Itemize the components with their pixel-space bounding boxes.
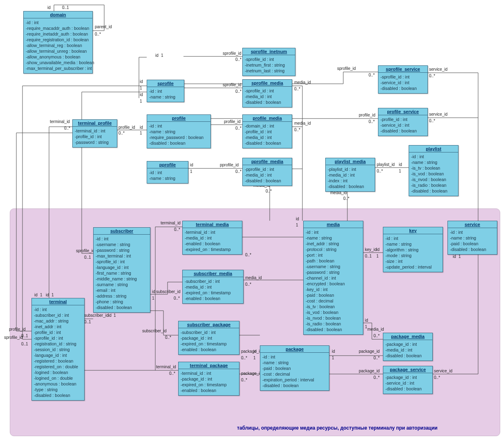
lbl: id xyxy=(155,53,159,58)
lbl: sprofile_id xyxy=(223,51,242,56)
entity-attribute: -sprofile_id : int xyxy=(34,335,82,341)
entity-body: -terminal_id : int-media_id : int-enable… xyxy=(183,228,242,254)
lbl: 1 xyxy=(51,293,54,297)
entity-attribute: -disabled : boolean xyxy=(262,383,327,388)
lbl: sprofile_id xyxy=(4,335,23,340)
lbl: id xyxy=(46,293,49,297)
entity-attribute: -service_id : int xyxy=(385,380,430,386)
lbl: 0..* xyxy=(374,334,380,338)
lbl: media_id xyxy=(245,276,262,280)
entity-attribute: -max_terminal : int xyxy=(96,253,148,259)
lbl: 1 xyxy=(253,356,256,360)
entity-attribute: -package_id : int xyxy=(181,335,237,341)
entity-body: -pprofile_id : int-media_id : int-disabl… xyxy=(243,165,292,186)
entity-attribute: -show_unavailable_media : boolean xyxy=(26,60,90,65)
entity-body: -id : int-username : string-password : s… xyxy=(94,235,150,312)
entity-attribute: -disabled : boolean xyxy=(411,188,456,194)
entity-attribute: -password : string xyxy=(306,269,361,275)
lbl: 0..* xyxy=(64,126,70,130)
lbl: 1 xyxy=(190,169,192,174)
lbl: service_id xyxy=(429,67,447,72)
lbl: pprofile_id xyxy=(220,163,239,167)
entity-body: -playlist_id : int-media_id : int-index … xyxy=(326,165,375,191)
entity-title: pprofile_media xyxy=(243,158,292,165)
entity-attribute: -disabled : boolean xyxy=(380,85,425,91)
lbl: profile_id xyxy=(359,113,376,117)
entity-attribute: -is_tv : boolean xyxy=(306,304,361,309)
entity-attribute: -media_id : int xyxy=(185,284,241,290)
entity-attribute: -language_id : int xyxy=(96,264,148,270)
entity-terminal: terminal-id : int-subscriber_id : int-ma… xyxy=(31,298,85,401)
entity-attribute: -service_id : int xyxy=(380,80,425,85)
entity-attribute: -id : int xyxy=(149,170,186,175)
lbl: 1 xyxy=(114,313,116,318)
entity-attribute: -is_radio : boolean xyxy=(306,321,361,327)
entity-body: -id : int-subscriber_id : int-mac_addr :… xyxy=(32,305,84,400)
entity-attribute: -expiration_period : interval xyxy=(262,377,327,383)
entity-title: sprofile xyxy=(147,80,184,87)
entity-body: -sprofile_id : int-inetnum_first : strin… xyxy=(243,55,295,76)
entity-body: -id : int-name : string xyxy=(147,168,188,183)
entity-attribute: -is_radio : boolean xyxy=(411,182,456,188)
entity-attribute: -disabled : boolean xyxy=(96,305,148,310)
lbl: id xyxy=(332,349,335,354)
lbl: subscriber_id xyxy=(84,313,108,318)
entity-attribute: -require_registration_id : boolean xyxy=(26,37,90,43)
entity-title: subscriber xyxy=(94,228,150,235)
entity-subscriber_package: subscriber_package-subscriber_id : int-p… xyxy=(178,321,239,355)
entity-service: service-id : int-name : string-paid : bo… xyxy=(447,221,497,255)
entity-pprofile: pprofile-id : int-name : string xyxy=(147,161,188,184)
entity-attribute: -path : boolean xyxy=(306,258,361,264)
entity-attribute: -name : string xyxy=(262,360,327,365)
entity-title: sprofile_service xyxy=(378,66,427,73)
entity-attribute: -sprofile_id : int xyxy=(245,88,290,94)
entity-title: terminal_profile xyxy=(73,120,117,127)
entity-title: sprofile_inetnum xyxy=(243,48,295,55)
entity-attribute: -username : string xyxy=(96,242,148,247)
entity-title: domain xyxy=(24,11,92,18)
entity-attribute: -disabled : boolean xyxy=(245,99,290,105)
lbl: 1 xyxy=(161,53,163,58)
entity-body: -subscriber_id : int-media_id : int-expi… xyxy=(183,277,243,303)
entity-attribute: -enabled : boolean xyxy=(181,388,237,393)
entity-pprofile_media: pprofile_media-pprofile_id : int-media_i… xyxy=(242,158,292,186)
lbl: id xyxy=(140,79,143,84)
lbl: id xyxy=(365,318,368,323)
entity-key: key-id : int-name : string-algorithm : s… xyxy=(383,227,443,272)
lbl: sprofile_id xyxy=(337,66,356,71)
entity-title: key xyxy=(383,227,443,234)
entity-attribute: -subscriber_id : int xyxy=(181,329,237,335)
entity-attribute: -port : int xyxy=(306,252,361,258)
entity-title: profile_media xyxy=(243,115,292,122)
lbl: 1 xyxy=(140,86,142,90)
entity-attribute: -profile_id : int xyxy=(245,129,290,134)
lbl: 0..1 xyxy=(365,254,372,258)
entity-attribute: -subscriber_id : int xyxy=(34,312,82,318)
entity-attribute: -is_nvod : boolean xyxy=(411,177,456,182)
entity-body: -sprofile_id : int-service_id : int-disa… xyxy=(378,73,427,93)
lbl: 1 xyxy=(152,296,154,300)
entity-attribute: -max_terminal_per_subscriber : int xyxy=(26,65,90,71)
entity-attribute: -pprofile_id : int xyxy=(245,166,290,172)
entity-profile: profile-id : int-name : string-require_p… xyxy=(147,114,211,148)
entity-attribute: -playlist_id : int xyxy=(328,166,373,172)
lbl: 0..* xyxy=(429,119,435,123)
lbl: 0..* xyxy=(95,32,101,36)
lbl: 0..* xyxy=(245,282,251,287)
entity-attribute: -key_id : int xyxy=(306,287,361,292)
entity-attribute: -middle_name : string xyxy=(96,276,148,282)
lbl: 0..* xyxy=(241,378,247,382)
entity-attribute: -sprofile_id : int xyxy=(96,259,148,264)
lbl: terminal_id xyxy=(50,119,70,124)
entity-attribute: -logined : boolean xyxy=(34,370,82,375)
entity-attribute: -id : int xyxy=(96,236,148,242)
entity-body: -domain_id : int-profile_id : int-media_… xyxy=(243,122,292,148)
lbl: 0..* xyxy=(266,189,272,193)
lbl: subscriber_id xyxy=(156,289,180,294)
entity-body: -id : int-name : string-is_tv : boolean-… xyxy=(409,152,458,196)
entity-attribute: -disabled : boolean xyxy=(380,128,425,134)
lbl: media_id xyxy=(367,327,384,332)
lbl: id xyxy=(376,247,380,252)
entity-attribute: -media_id : int xyxy=(328,172,373,178)
entity-attribute: -name : string xyxy=(149,129,208,134)
